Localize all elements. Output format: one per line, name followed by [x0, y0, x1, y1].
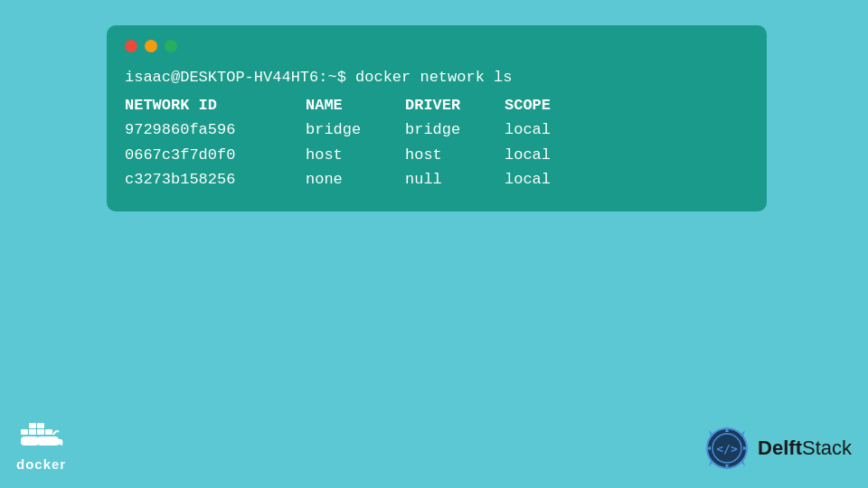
svg-rect-1 — [29, 429, 36, 435]
svg-rect-5 — [37, 423, 44, 428]
terminal-window: isaac@DESKTOP-HV44HT6:~$ docker network … — [107, 25, 767, 211]
row3-driver: null — [405, 167, 505, 192]
docker-logo: docker — [16, 418, 66, 472]
delft-regular: Stack — [802, 436, 852, 459]
header-scope: SCOPE — [505, 93, 595, 117]
docker-icon — [17, 418, 66, 453]
row3-name: none — [306, 167, 405, 192]
row2-name: host — [306, 143, 405, 167]
row3-id: c3273b158256 — [125, 167, 306, 192]
minimize-dot — [145, 40, 157, 52]
title-bar — [125, 40, 749, 52]
delft-bold: Delft — [758, 436, 802, 459]
table-row: 0667c3f7d0f0 host host local — [125, 143, 749, 167]
svg-rect-4 — [29, 423, 36, 428]
header-name: NAME — [306, 93, 405, 117]
row1-scope: local — [505, 117, 595, 142]
close-dot — [125, 40, 137, 52]
svg-rect-3 — [45, 429, 52, 435]
row1-name: bridge — [306, 117, 405, 142]
row2-scope: local — [505, 143, 595, 167]
table-row: c3273b158256 none null local — [125, 167, 749, 192]
svg-rect-2 — [37, 429, 44, 435]
maximize-dot — [165, 40, 177, 52]
delftstack-logo: </> DelftStack — [703, 425, 852, 472]
table-header: NETWORK ID NAME DRIVER SCOPE — [125, 93, 749, 117]
header-network-id: NETWORK ID — [125, 93, 306, 117]
docker-label: docker — [16, 456, 66, 472]
delftstack-label: DelftStack — [758, 436, 852, 460]
row1-driver: bridge — [405, 117, 505, 142]
row1-id: 9729860fa596 — [125, 117, 306, 142]
command-line: isaac@DESKTOP-HV44HT6:~$ docker network … — [125, 65, 749, 89]
row2-id: 0667c3f7d0f0 — [125, 143, 306, 167]
svg-text:</>: </> — [716, 442, 738, 455]
table-row: 9729860fa596 bridge bridge local — [125, 117, 749, 142]
terminal-content: isaac@DESKTOP-HV44HT6:~$ docker network … — [125, 65, 749, 192]
delftstack-badge-icon: </> — [703, 425, 750, 472]
row2-driver: host — [405, 143, 505, 167]
svg-rect-0 — [21, 429, 28, 435]
svg-rect-7 — [21, 436, 39, 446]
svg-rect-6 — [37, 436, 59, 446]
header-driver: DRIVER — [405, 93, 505, 117]
row3-scope: local — [505, 167, 595, 192]
